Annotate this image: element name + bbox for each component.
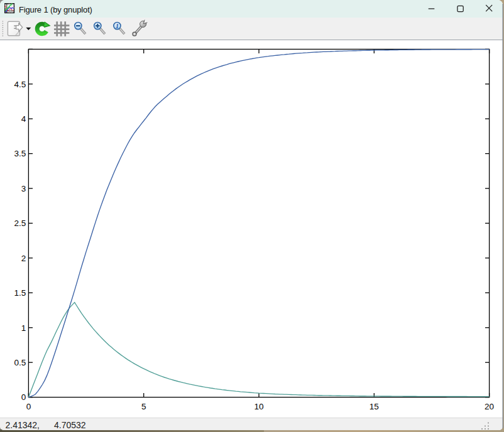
- svg-text:10: 10: [254, 402, 263, 411]
- svg-text:1.5: 1.5: [14, 288, 26, 298]
- svg-text:1: 1: [21, 323, 26, 333]
- svg-text:4: 4: [21, 114, 26, 124]
- svg-text:3: 3: [21, 184, 26, 193]
- svg-text:2.5: 2.5: [14, 219, 26, 228]
- svg-text:5: 5: [141, 402, 146, 411]
- svg-text:15: 15: [370, 402, 379, 411]
- svg-text:1: 1: [116, 23, 119, 30]
- svg-text:0: 0: [21, 392, 26, 402]
- svg-text:4.5: 4.5: [14, 80, 26, 89]
- svg-text:0: 0: [26, 402, 31, 411]
- svg-text:2: 2: [21, 254, 26, 263]
- svg-text:20: 20: [485, 402, 494, 411]
- svg-text:3.5: 3.5: [14, 149, 26, 158]
- svg-text:0.5: 0.5: [14, 358, 26, 367]
